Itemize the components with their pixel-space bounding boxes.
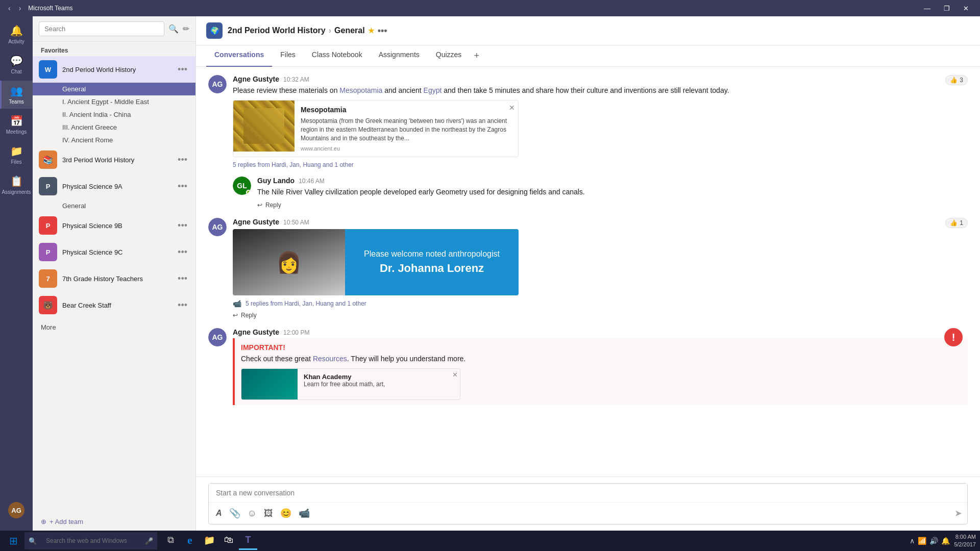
tab-add-button[interactable]: + (470, 45, 483, 66)
team-item-bear-creek[interactable]: 🐻 Bear Creek Staff ••• (33, 292, 195, 318)
taskbar-app-explorer[interactable]: 📁 (200, 532, 218, 550)
chat-icon: 💬 (10, 55, 23, 67)
start-button[interactable]: ⊞ (4, 532, 22, 550)
khan-card-image (241, 369, 298, 399)
reply-icon-2: ↩ (257, 202, 262, 209)
emoji-tool[interactable]: ☺ (246, 506, 259, 521)
notification-icon[interactable]: 🔔 (941, 537, 950, 545)
tab-assignments[interactable]: Assignments (371, 45, 428, 67)
anthropologist-photo: 👩 (233, 229, 345, 295)
meetings-label: Meetings (6, 129, 27, 135)
assignments-label: Assignments (2, 189, 31, 195)
sidebar-item-activity[interactable]: 🔔 Activity (0, 20, 33, 48)
close-button[interactable]: ✕ (957, 3, 975, 14)
team-more-ps9a[interactable]: ••• (176, 180, 189, 193)
channel-more-button[interactable]: ••• (378, 26, 387, 36)
replies-line-1[interactable]: 5 replies from Hardi, Jan, Huang and 1 o… (233, 161, 968, 168)
team-name-ps9a: Physical Science 9A (62, 183, 170, 190)
message-3: AG Agne Gustyte 10:50 AM 👩 Plea (208, 218, 968, 320)
taskbar-search-input[interactable] (40, 533, 142, 548)
tab-class-notebook[interactable]: Class Notebook (304, 45, 371, 67)
sidebar-more[interactable]: More (33, 318, 195, 336)
search-icon[interactable]: 🔍 (168, 24, 179, 34)
team-more-7th-grade[interactable]: ••• (176, 272, 189, 285)
gif-tool[interactable]: 🖼 (262, 506, 275, 521)
team-more-ps9c[interactable]: ••• (176, 246, 189, 259)
tab-quizzes[interactable]: Quizzes (428, 45, 470, 67)
mesopotamia-link[interactable]: Mesopotamia (339, 86, 382, 94)
user-avatar-rail[interactable]: AG (8, 502, 24, 524)
important-text: Check out these great Resources. They wi… (241, 354, 962, 364)
taskbar-app-store[interactable]: 🛍 (219, 532, 238, 550)
icon-rail: 🔔 Activity 💬 Chat 👥 Teams 📅 Meetings 📁 F… (0, 16, 33, 531)
team-item-3rd-period[interactable]: 📚 3rd Period World History ••• (33, 146, 195, 173)
replies-text-3: 5 replies from Hardi, Jan, Huang and 1 o… (246, 300, 366, 307)
app-title: Microsoft Teams (28, 5, 72, 12)
taskbar-app-task-view[interactable]: ⧉ (161, 532, 180, 550)
reply-button-2[interactable]: ↩ Reply (257, 201, 968, 210)
search-input[interactable] (39, 21, 164, 36)
message-body-2: Guy Lando 10:46 AM The Nile River Valley… (257, 177, 968, 210)
sticker-tool[interactable]: 😊 (278, 506, 293, 521)
sidebar-item-chat[interactable]: 💬 Chat (0, 51, 33, 79)
network-icon[interactable]: 📶 (918, 537, 926, 545)
tab-conversations[interactable]: Conversations (206, 45, 272, 67)
sidebar-item-files[interactable]: 📁 Files (0, 141, 33, 169)
team-more-bear-creek[interactable]: ••• (176, 299, 189, 312)
chevron-up-icon[interactable]: ∧ (910, 537, 915, 545)
nav-back-button[interactable]: ‹ (5, 3, 14, 13)
team-more-2nd-period[interactable]: ••• (176, 63, 189, 76)
team-item-ps9a[interactable]: P Physical Science 9A ••• (33, 173, 195, 199)
attach-tool[interactable]: 📎 (227, 506, 242, 521)
team-icon-2nd-period: W (39, 60, 57, 79)
egypt-link[interactable]: Egypt (424, 86, 442, 94)
format-text-tool[interactable]: A (214, 507, 224, 520)
avatar-initials-4: AG (208, 328, 227, 346)
titlebar-controls: — ❐ ✕ (918, 3, 975, 14)
khan-card-close-button[interactable]: ✕ (452, 371, 458, 379)
team-item-2nd-period[interactable]: W 2nd Period World History ••• (33, 56, 195, 83)
khan-card-title: Khan Academy (304, 373, 454, 381)
message-like-1[interactable]: 👍 3 (945, 75, 968, 85)
channel-item-ancient-egypt[interactable]: I. Ancient Egypt - Middle East (33, 95, 195, 108)
maximize-button[interactable]: ❐ (938, 3, 956, 14)
send-button[interactable]: ➤ (954, 508, 962, 519)
nav-forward-button[interactable]: › (16, 3, 24, 13)
channel-item-general-9a[interactable]: General (33, 199, 195, 212)
team-more-ps9b[interactable]: ••• (176, 219, 189, 232)
tab-files[interactable]: Files (272, 45, 304, 67)
team-item-ps9b[interactable]: P Physical Science 9B ••• (33, 212, 195, 239)
taskbar-app-teams[interactable]: T (239, 532, 257, 550)
message-body-1: Agne Gustyte 10:32 AM Please review thes… (233, 75, 968, 168)
minimize-button[interactable]: — (918, 3, 937, 14)
channel-star-icon[interactable]: ★ (368, 27, 375, 35)
message-author-4: Agne Gustyte (233, 328, 279, 336)
image-post-banner: Please welcome noted anthropologist Dr. … (345, 229, 519, 295)
user-avatar[interactable]: AG (8, 502, 24, 518)
channel-item-general[interactable]: General (33, 83, 195, 95)
reply-icon-3: ↩ (233, 312, 238, 319)
team-item-ps9c[interactable]: P Physical Science 9C ••• (33, 239, 195, 265)
link-preview-close-button[interactable]: ✕ (509, 104, 515, 112)
team-more-3rd-period[interactable]: ••• (176, 154, 189, 166)
sidebar-item-teams[interactable]: 👥 Teams (0, 81, 33, 109)
taskbar-app-edge[interactable]: e (181, 532, 199, 550)
reply-button-3[interactable]: ↩ Reply (233, 311, 968, 320)
channel-item-ancient-rome[interactable]: IV. Ancient Rome (33, 134, 195, 146)
resources-link[interactable]: Resources (313, 355, 347, 363)
channel-item-ancient-india[interactable]: II. Ancient India - China (33, 108, 195, 121)
compose-input[interactable] (209, 484, 967, 502)
volume-icon[interactable]: 🔊 (929, 537, 938, 545)
sidebar-item-meetings[interactable]: 📅 Meetings (0, 111, 33, 139)
team-item-7th-grade[interactable]: 7 7th Grade History Teachers ••• (33, 265, 195, 292)
compose-icon[interactable]: ✏ (183, 24, 189, 34)
meet-tool[interactable]: 📹 (297, 506, 312, 521)
add-team-button[interactable]: ⊕ + Add team (33, 513, 195, 531)
message-header-2: Guy Lando 10:46 AM (257, 177, 968, 185)
taskbar-right: ∧ 📶 🔊 🔔 8:00 AM 5/2/2017 (910, 533, 976, 549)
message-like-3[interactable]: 👍 1 (945, 218, 968, 228)
taskbar-search-area: 🔍 🎤 (24, 532, 157, 549)
sidebar-item-assignments[interactable]: 📋 Assignments (0, 171, 33, 199)
channel-item-ancient-greece[interactable]: III. Ancient Greece (33, 121, 195, 134)
replies-line-3[interactable]: 📹 5 replies from Hardi, Jan, Huang and 1… (233, 299, 968, 308)
